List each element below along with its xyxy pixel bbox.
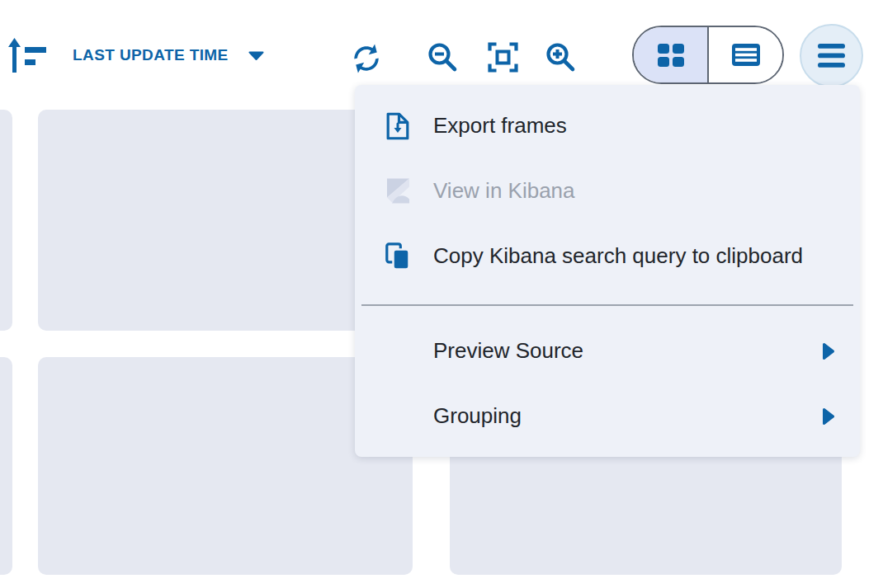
frames-browser: LAST UPDATE TIME (0, 0, 883, 588)
menu-divider (361, 304, 853, 306)
overflow-context-menu: Export frames View in Kibana Copy Kibana… (355, 85, 860, 457)
menu-item-label: Export frames (433, 113, 567, 139)
sort-field-dropdown[interactable]: LAST UPDATE TIME (73, 43, 264, 68)
menu-item-export-frames[interactable]: Export frames (355, 93, 860, 158)
list-view-button[interactable] (707, 27, 782, 82)
grid-view-icon (658, 44, 684, 67)
menu-item-copy-kibana-query[interactable]: Copy Kibana search query to clipboard (355, 223, 860, 289)
zoom-out-button[interactable] (427, 42, 458, 73)
menu-item-label: Copy Kibana search query to clipboard (433, 243, 803, 269)
grid-view-button[interactable] (634, 27, 707, 82)
menu-item-grouping[interactable]: Grouping (355, 383, 860, 449)
caret-down-icon (248, 51, 264, 60)
sort-ascending-icon (7, 37, 46, 74)
zoom-in-button[interactable] (545, 42, 576, 73)
frame-card[interactable] (0, 357, 12, 575)
zoom-out-icon (427, 42, 458, 73)
menu-item-preview-source[interactable]: Preview Source (355, 318, 860, 383)
overflow-menu-button[interactable] (800, 24, 863, 87)
menu-item-view-in-kibana[interactable]: View in Kibana (355, 158, 860, 223)
fit-to-screen-icon (488, 42, 518, 73)
hamburger-icon (818, 44, 845, 68)
refresh-icon (348, 40, 385, 77)
zoom-in-icon (545, 42, 576, 73)
file-download-icon (385, 112, 410, 139)
sort-field-label: LAST UPDATE TIME (73, 46, 229, 64)
copy-icon (385, 242, 411, 270)
fit-to-screen-button[interactable] (488, 42, 518, 73)
menu-item-label: Preview Source (433, 338, 583, 364)
list-view-icon (732, 44, 760, 66)
submenu-arrow-icon (822, 342, 835, 360)
refresh-button[interactable] (347, 40, 385, 78)
view-mode-toggle (632, 26, 784, 84)
sort-direction-button[interactable] (7, 37, 46, 74)
menu-item-label: View in Kibana (433, 178, 575, 204)
frame-card[interactable] (0, 110, 12, 331)
submenu-arrow-icon (822, 407, 835, 426)
kibana-logo-icon (385, 177, 411, 205)
menu-item-label: Grouping (433, 403, 522, 429)
